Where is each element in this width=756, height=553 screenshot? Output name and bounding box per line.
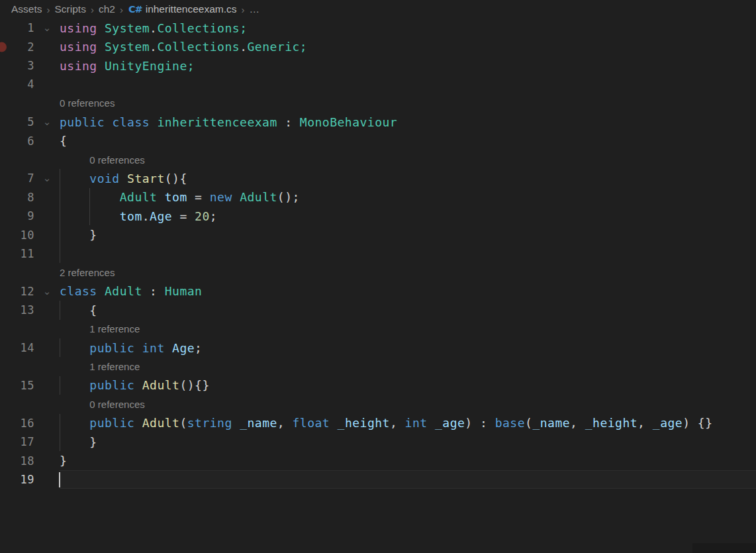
gutter[interactable]: 11 (0, 244, 60, 263)
code-line[interactable]: public Adult(string _name, float _height… (60, 414, 756, 432)
code-line[interactable] (60, 244, 756, 263)
fold-chevron-icon[interactable]: ⌄ (34, 19, 60, 37)
line-number[interactable]: 13 (0, 303, 34, 317)
fold-chevron-icon[interactable]: ⌄ (34, 169, 60, 187)
code-line[interactable]: public Adult(){} (60, 376, 756, 395)
code-line[interactable]: using UnityEngine; (60, 56, 756, 75)
codelens-row: 0 references (0, 395, 756, 413)
code-row: 12⌄class Adult : Human (0, 282, 756, 301)
line-number[interactable]: 4 (0, 77, 34, 91)
codelens-link[interactable]: 0 references (60, 97, 115, 109)
line-number[interactable]: 17 (0, 435, 34, 448)
codelens[interactable]: 2 references (60, 263, 756, 281)
codelens[interactable]: 1 reference (60, 357, 756, 376)
codelens-row: 0 references (0, 150, 756, 169)
gutter[interactable] (0, 150, 60, 169)
gutter[interactable]: 15 (0, 376, 60, 395)
codelens-row: 0 references (0, 94, 756, 113)
line-number[interactable]: 18 (0, 454, 34, 468)
code-line[interactable]: public class inherittenceexam : MonoBeha… (60, 113, 756, 131)
code-line[interactable]: void Start(){ (60, 169, 756, 187)
gutter[interactable]: 16 (0, 414, 60, 432)
breadcrumb: Assets›Scripts›ch2›C#inherittenceexam.cs… (0, 0, 756, 19)
line-number[interactable]: 9 (0, 209, 34, 223)
code-line[interactable]: } (60, 432, 756, 451)
gutter[interactable]: 6 (0, 131, 60, 150)
line-number[interactable]: 12 (0, 285, 34, 298)
gutter[interactable]: 17 (0, 432, 60, 451)
code-text: using System.Collections; (60, 21, 247, 35)
codelens-link[interactable]: 1 reference (89, 323, 140, 334)
codelens-link[interactable]: 1 reference (89, 361, 140, 372)
fold-chevron-icon[interactable]: ⌄ (34, 282, 60, 301)
code-line[interactable]: } (60, 451, 756, 470)
codelens[interactable]: 0 references (60, 150, 756, 169)
gutter[interactable] (0, 320, 60, 338)
gutter[interactable]: 7⌄ (0, 169, 60, 187)
code-row: 18} (0, 451, 756, 470)
breadcrumb-item[interactable]: Scripts (55, 3, 86, 15)
line-number[interactable]: 10 (0, 228, 34, 242)
gutter[interactable] (0, 263, 60, 281)
code-text: class Adult : Human (60, 284, 202, 298)
gutter[interactable] (0, 94, 60, 113)
code-line[interactable]: public int Age; (60, 338, 756, 357)
codelens[interactable]: 0 references (60, 94, 756, 113)
gutter[interactable]: 1⌄ (0, 19, 60, 37)
line-number[interactable]: 6 (0, 134, 34, 148)
code-text: public int Age; (60, 341, 202, 355)
code-line[interactable]: using System.Collections.Generic; (60, 37, 756, 56)
breadcrumb-item[interactable]: … (250, 3, 260, 15)
gutter[interactable] (0, 395, 60, 413)
gutter[interactable]: 4 (0, 75, 60, 93)
code-text: } (60, 454, 67, 468)
code-line[interactable]: class Adult : Human (60, 282, 756, 301)
line-number[interactable]: 3 (0, 59, 34, 72)
gutter[interactable]: 2 (0, 37, 60, 56)
code-line[interactable] (60, 470, 756, 489)
gutter[interactable]: 8 (0, 188, 60, 207)
code-line[interactable]: { (60, 301, 756, 319)
breadcrumb-item[interactable]: ch2 (99, 3, 115, 15)
codelens-link[interactable]: 0 references (89, 154, 144, 166)
line-number[interactable]: 8 (0, 191, 34, 204)
line-number[interactable]: 7 (0, 172, 34, 185)
gutter[interactable]: 14 (0, 338, 60, 357)
code-text: public Adult(string _name, float _height… (60, 416, 713, 430)
code-line[interactable]: } (60, 225, 756, 244)
codelens-link[interactable]: 2 references (60, 267, 115, 278)
code-line[interactable]: tom.Age = 20; (60, 207, 756, 225)
codelens[interactable]: 1 reference (60, 320, 756, 338)
code-row: 5⌄public class inherittenceexam : MonoBe… (0, 113, 756, 131)
code-line[interactable]: Adult tom = new Adult(); (60, 188, 756, 207)
code-line[interactable]: { (60, 131, 756, 150)
code-row: 2using System.Collections.Generic; (0, 37, 756, 56)
line-number[interactable]: 11 (0, 247, 34, 260)
gutter[interactable]: 18 (0, 451, 60, 470)
code-line[interactable] (60, 75, 756, 93)
line-number[interactable]: 19 (0, 473, 34, 486)
line-number[interactable]: 1 (0, 21, 34, 34)
gutter[interactable]: 3 (0, 56, 60, 75)
gutter[interactable] (0, 357, 60, 376)
gutter[interactable]: 13 (0, 301, 60, 319)
gutter[interactable]: 10 (0, 225, 60, 244)
breadcrumb-item[interactable]: Assets (11, 3, 42, 15)
codelens[interactable]: 0 references (60, 395, 756, 413)
gutter[interactable]: 12⌄ (0, 282, 60, 301)
code-line[interactable]: using System.Collections; (60, 19, 756, 37)
line-number[interactable]: 5 (0, 115, 34, 128)
fold-chevron-icon[interactable]: ⌄ (34, 113, 60, 131)
breadcrumb-separator-icon: › (91, 4, 94, 15)
gutter[interactable]: 19 (0, 470, 60, 489)
line-number[interactable]: 16 (0, 417, 34, 430)
breadcrumb-item[interactable]: inherittenceexam.cs (146, 3, 237, 15)
line-number[interactable]: 15 (0, 379, 34, 392)
gutter[interactable]: 9 (0, 207, 60, 225)
gutter[interactable]: 5⌄ (0, 113, 60, 131)
code-row: 19 (0, 470, 756, 489)
line-number[interactable]: 14 (0, 341, 34, 354)
code-text: { (60, 134, 67, 148)
codelens-link[interactable]: 0 references (89, 399, 144, 410)
code-text: tom.Age = 20; (60, 209, 217, 223)
